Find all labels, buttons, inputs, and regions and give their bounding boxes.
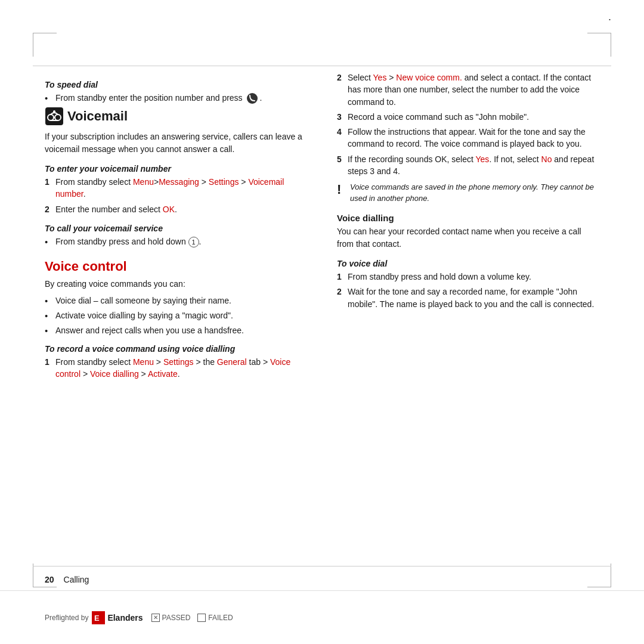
voicemail-service-text: From standby press and hold down 1.: [55, 236, 201, 247]
voice-dial-label: To voice dial: [337, 259, 599, 268]
note-block: ! Voice commands are saved in the phone …: [337, 182, 599, 205]
elanders-name: Elanders: [107, 613, 143, 623]
bottom-bar: Preflighted by E Elanders ✕ PASSED FAILE…: [0, 590, 644, 644]
record-step-1: 1 From standby select Menu > Settings > …: [45, 356, 307, 380]
speed-dial-label: To speed dial: [45, 80, 307, 89]
corner-border-bl-h: [33, 587, 57, 587]
speed-dial-bullet: • From standby enter the position number…: [45, 92, 307, 104]
failed-label: FAILED: [208, 614, 233, 622]
step-num-1: 1: [45, 176, 55, 188]
preflight-label: Preflighted by: [45, 614, 88, 622]
vd-step-num-2: 2: [337, 286, 348, 298]
voice-dial-step-1: 1 From standby press and hold down a vol…: [337, 271, 599, 283]
voice-control-intro: By creating voice commands you can:: [45, 278, 307, 290]
vc-dot-2: •: [45, 309, 53, 322]
vd-step-num-1: 1: [337, 271, 348, 283]
corner-border-bl-v: [33, 564, 33, 587]
checkbox-x-icon: ✕: [151, 614, 160, 622]
corner-border-tl-v: [33, 33, 33, 57]
right-step-num-3: 3: [337, 111, 348, 123]
right-step-2: 2 Select Yes > New voice comm. and selec…: [337, 72, 599, 108]
vc-text-1: Voice dial – call someone by saying thei…: [55, 295, 231, 306]
checkbox-empty-icon: [197, 614, 206, 622]
right-step-3: 3 Record a voice command such as "John m…: [337, 111, 599, 123]
bullet-dot-vm: •: [45, 236, 53, 248]
voicemail-service-bullet: • From standby press and hold down 1.: [45, 236, 307, 248]
vc-dot-3: •: [45, 324, 53, 337]
vd-step-text-2: Wait for the tone and say a recorded nam…: [348, 286, 599, 310]
step-num-2: 2: [45, 203, 55, 215]
passed-checkbox: ✕ PASSED: [151, 614, 191, 622]
hr-top: [33, 66, 611, 66]
right-step-text-2: Select Yes > New voice comm. and select …: [348, 72, 599, 108]
voice-dialling-body: You can hear your recorded contact name …: [337, 225, 599, 250]
voice-dialling-title: Voice dialling: [337, 213, 599, 223]
page-footer: 20 Calling: [45, 575, 599, 584]
corner-border-tl-h: [33, 33, 57, 33]
note-text: Voice commands are saved in the phone me…: [350, 182, 599, 205]
right-step-5: 5 If the recording sounds OK, select Yes…: [337, 153, 599, 178]
key-1-circle: 1: [188, 237, 199, 247]
right-step-text-3: Record a voice command such as "John mob…: [348, 111, 529, 123]
voicemail-step-2: 2 Enter the number and select OK.: [45, 203, 307, 215]
corner-border-br-h: [587, 587, 611, 587]
record-step-num-1: 1: [45, 356, 55, 368]
record-step-text-1: From standby select Menu > Settings > th…: [55, 356, 307, 380]
voicemail-step-1: 1 From standby select Menu>Messaging > S…: [45, 176, 307, 200]
right-step-text-5: If the recording sounds OK, select Yes. …: [348, 153, 599, 178]
vc-bullet-3: • Answer and reject calls when you use a…: [45, 324, 307, 337]
elanders-icon: E: [92, 611, 105, 624]
failed-checkbox: FAILED: [197, 614, 233, 622]
record-label: To record a voice command using voice di…: [45, 344, 307, 354]
corner-border-br-v: [611, 564, 611, 587]
page-label: Calling: [64, 575, 89, 584]
right-step-4: 4 Follow the instructions that appear. W…: [337, 126, 599, 150]
vd-step-text-1: From standby press and hold down a volum…: [348, 271, 531, 283]
speed-dial-text: From standby enter the position number a…: [55, 92, 262, 104]
corner-border-tr-v: [611, 33, 611, 57]
voice-dial-step-2: 2 Wait for the tone and say a recorded n…: [337, 286, 599, 310]
vc-text-3: Answer and reject calls when you use a h…: [55, 324, 244, 336]
right-step-num-2: 2: [337, 72, 348, 83]
voicemail-service-label: To call your voicemail service: [45, 224, 307, 233]
left-column: To speed dial • From standby enter the p…: [45, 72, 313, 558]
passed-label: PASSED: [162, 614, 191, 622]
page-number: 20: [45, 575, 54, 584]
exclamation-icon: !: [337, 182, 348, 197]
right-step-num-5: 5: [337, 153, 348, 165]
vc-dot-1: •: [45, 295, 53, 307]
main-content: To speed dial • From standby enter the p…: [45, 72, 599, 558]
call-icon: [247, 93, 258, 104]
voicemail-icon: [45, 107, 64, 126]
voicemail-body: If your subscription includes an answeri…: [45, 131, 307, 156]
step-text-2: Enter the number and select OK.: [55, 203, 177, 215]
voicemail-title: Voicemail: [67, 109, 128, 124]
vc-bullet-2: • Activate voice dialling by saying a "m…: [45, 309, 307, 322]
bullet-dot-1: •: [45, 92, 53, 104]
page-dot: ·: [608, 13, 611, 26]
voicemail-header: Voicemail: [45, 107, 307, 126]
hr-bottom: [33, 566, 611, 566]
voicemail-number-label: To enter your voicemail number: [45, 164, 307, 174]
vc-text-2: Activate voice dialling by saying a "mag…: [55, 309, 233, 321]
svg-text:E: E: [94, 614, 100, 623]
vc-bullet-1: • Voice dial – call someone by saying th…: [45, 295, 307, 307]
right-step-num-4: 4: [337, 126, 348, 138]
elanders-logo: E Elanders: [92, 611, 143, 624]
right-column: 2 Select Yes > New voice comm. and selec…: [331, 72, 599, 558]
right-step-text-4: Follow the instructions that appear. Wai…: [348, 126, 599, 150]
voice-control-title: Voice control: [45, 259, 307, 274]
step-text-1: From standby select Menu>Messaging > Set…: [55, 176, 307, 200]
corner-border-tr-h: [587, 33, 611, 33]
